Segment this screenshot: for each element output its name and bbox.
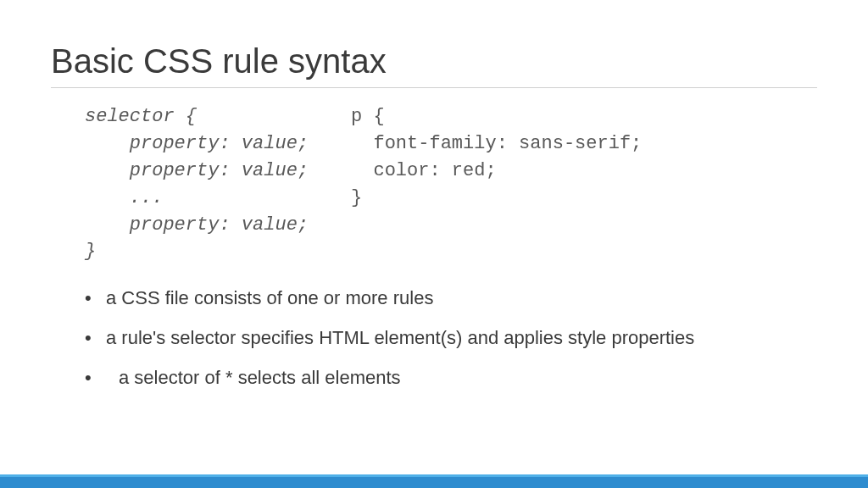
list-item: a rule's selector specifies HTML element…	[85, 326, 817, 351]
title-rule	[51, 87, 817, 88]
slide: Basic CSS rule syntax selector { propert…	[0, 0, 868, 390]
bullet-list: a CSS file consists of one or more rules…	[85, 286, 817, 390]
page-title: Basic CSS rule syntax	[51, 42, 817, 80]
code-columns: selector { property: value; property: va…	[85, 103, 817, 265]
footer-accent-bar	[0, 474, 868, 488]
code-template: selector { property: value; property: va…	[85, 103, 309, 265]
code-example: p { font-family: sans-serif; color: red;…	[351, 103, 642, 265]
list-item: a CSS file consists of one or more rules	[85, 286, 817, 311]
list-item: a selector of * selects all elements	[85, 366, 817, 391]
